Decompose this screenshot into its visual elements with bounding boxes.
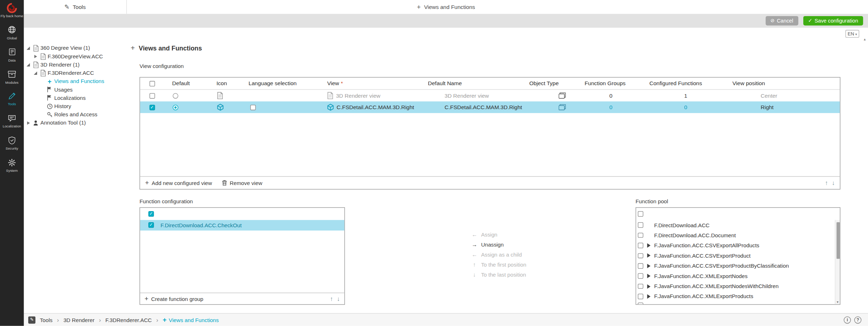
function-pool-item[interactable]: F.JavaFunction.ACC.XMLExportNodesWithChi… xyxy=(636,281,840,291)
run-icon[interactable] xyxy=(647,294,650,298)
scrollbar-down-arrow[interactable]: ▼ xyxy=(835,300,840,303)
item-checkbox[interactable] xyxy=(638,253,643,258)
function-pool-item[interactable] xyxy=(636,302,840,305)
run-icon[interactable] xyxy=(647,243,650,248)
scrollbar-thumb[interactable] xyxy=(836,222,839,259)
item-checkbox[interactable] xyxy=(638,243,643,248)
run-icon[interactable] xyxy=(647,274,650,278)
move-down-button[interactable]: ↓ xyxy=(832,180,835,186)
select-all-checkbox[interactable] xyxy=(149,81,154,86)
function-pool-item[interactable]: F.JavaFunction.ACC.CSVExportAllProducts xyxy=(636,240,840,250)
caret-expanded-icon[interactable] xyxy=(33,70,38,76)
assign-as-child-label: Assign as a child xyxy=(481,252,522,258)
column-header-view-label: View xyxy=(327,81,339,87)
run-icon[interactable] xyxy=(647,284,650,288)
tab-views-and-functions[interactable]: + Views and Functions xyxy=(417,0,475,14)
document-icon xyxy=(40,53,46,60)
to-first-position-button[interactable]: ↑ To the first position xyxy=(472,262,526,268)
breadcrumb-item-tools[interactable]: Tools xyxy=(40,317,52,323)
function-config-row[interactable]: ✓ F.DirectDownload.ACC.CheckOut xyxy=(140,220,344,230)
cancel-button[interactable]: ⊘ Cancel xyxy=(765,16,798,25)
sidebar-item-tools[interactable]: Tools xyxy=(0,92,24,107)
tree-item-360-degree-view[interactable]: 360 Degree View (1) xyxy=(24,44,130,52)
pencil-tools-icon xyxy=(8,92,16,101)
view-config-row[interactable]: 3D Renderer view 3D Renderer view 0 1 Ce… xyxy=(140,90,840,102)
info-icon[interactable]: i xyxy=(844,316,851,323)
function-pool-item[interactable]: F.DirectDownload.ACC xyxy=(636,220,840,230)
tree-item-3d-renderer[interactable]: 3D Renderer (1) xyxy=(24,60,130,69)
select-all-checkbox[interactable]: ✓ xyxy=(148,211,154,216)
assign-button[interactable]: ← Assign xyxy=(472,232,526,238)
default-radio[interactable] xyxy=(173,104,178,110)
sidebar-item-system[interactable]: System xyxy=(0,158,24,173)
item-checkbox[interactable] xyxy=(638,273,643,279)
remove-view-button[interactable]: Remove view xyxy=(222,180,262,186)
default-radio[interactable] xyxy=(173,93,178,98)
function-pool-item[interactable]: F.DirectDownload.ACC.Document xyxy=(636,230,840,240)
tree-item-history[interactable]: History xyxy=(24,102,130,110)
sidebar-item-localization[interactable]: Localization xyxy=(0,114,24,129)
tree-item-f360degreeview-acc[interactable]: F.360DegreeView.ACC xyxy=(24,52,130,60)
language-selection-checkbox[interactable] xyxy=(250,104,256,110)
tree-item-localizations[interactable]: Localizations xyxy=(24,94,130,102)
create-function-group-button[interactable]: + Create function group xyxy=(144,295,203,302)
to-last-position-button[interactable]: ↓ To the last position xyxy=(472,272,526,278)
tree-item-f3drenderer-acc[interactable]: F.3DRenderer.ACC xyxy=(24,69,130,77)
row-checkbox[interactable]: ✓ xyxy=(148,222,154,228)
item-checkbox[interactable] xyxy=(638,263,643,269)
scrollbar[interactable]: ▼ xyxy=(835,220,840,304)
plus-icon: + xyxy=(144,295,148,302)
function-pool-item[interactable]: F.JavaFunction.ACC.CSVExportProduct xyxy=(636,250,840,261)
item-checkbox[interactable] xyxy=(638,294,643,299)
caret-collapsed-icon[interactable] xyxy=(26,120,31,125)
view-config-row[interactable]: ✓ C.FSDetail.ACC.MAM.3D.Right C.FSDetail… xyxy=(140,101,840,113)
assign-as-child-button[interactable]: ← Assign as a child xyxy=(472,252,526,258)
breadcrumb-item-3d-renderer[interactable]: 3D Renderer xyxy=(63,317,94,323)
row-checkbox[interactable] xyxy=(149,93,154,98)
tree-item-annotation-tool[interactable]: Annotation Tool (1) xyxy=(24,118,130,127)
run-icon[interactable] xyxy=(647,253,650,258)
sidebar-item-global[interactable]: Global xyxy=(0,25,24,40)
item-checkbox[interactable] xyxy=(638,223,643,228)
save-configuration-button[interactable]: ✓ Save configuration xyxy=(803,16,863,25)
move-down-button[interactable]: ↓ xyxy=(337,296,340,302)
tree-item-views-and-functions[interactable]: + Views and Functions xyxy=(24,77,130,85)
sidebar-item-data[interactable]: Data xyxy=(0,48,24,63)
item-checkbox[interactable] xyxy=(638,284,643,289)
function-pool-item-label: F.JavaFunction.ACC.CSVExportProductByCla… xyxy=(654,263,789,269)
top-tab-bar: ✎ Tools + Views and Functions xyxy=(24,0,868,14)
unassign-button[interactable]: → Unassign xyxy=(472,242,526,248)
function-pool-item[interactable]: F.JavaFunction.ACC.CSVExportProductByCla… xyxy=(636,261,840,271)
tree-item-roles-and-access[interactable]: Roles and Access xyxy=(24,110,130,118)
help-icon[interactable]: ? xyxy=(854,316,861,323)
add-configured-view-button[interactable]: + Add new configured view xyxy=(145,180,212,186)
language-selector[interactable]: EN ▾ xyxy=(845,30,859,38)
tree-item-label: Localizations xyxy=(54,95,86,101)
sidebar-item-home[interactable]: Fly back home xyxy=(0,3,24,18)
function-config-toolbar: + Create function group ↑ ↓ xyxy=(140,293,344,305)
sidebar-item-modules[interactable]: Modules xyxy=(0,69,24,84)
tab-tools[interactable]: ✎ Tools xyxy=(24,0,127,14)
function-pool-item[interactable]: F.JavaFunction.ACC.XMLExportNodes xyxy=(636,271,840,281)
sidebar-item-security[interactable]: Security xyxy=(0,136,24,151)
run-icon[interactable] xyxy=(647,264,650,268)
move-up-button[interactable]: ↑ xyxy=(330,296,333,302)
default-name[interactable]: C.FSDetail.ACC.MAM.3D.Right xyxy=(445,104,522,110)
breadcrumb-item-views-and-functions[interactable]: + Views and Functions xyxy=(163,316,219,323)
cube-icon xyxy=(217,104,224,111)
row-checkbox[interactable]: ✓ xyxy=(149,104,154,110)
tree-item-usages[interactable]: Usages xyxy=(24,85,130,93)
caret-collapsed-icon[interactable] xyxy=(33,53,38,59)
function-pool-item[interactable]: F.JavaFunction.ACC.XMLExportProducts xyxy=(636,291,840,301)
sidebar-item-label: Localization xyxy=(2,124,22,128)
scrollbar-up-arrow[interactable]: ▲ xyxy=(863,38,866,41)
caret-expanded-icon[interactable] xyxy=(26,45,31,50)
move-up-button[interactable]: ↑ xyxy=(825,180,828,186)
item-checkbox[interactable] xyxy=(638,303,643,305)
item-checkbox[interactable] xyxy=(638,233,643,238)
select-all-checkbox[interactable] xyxy=(638,211,643,216)
add-configured-view-label: Add new configured view xyxy=(152,180,212,186)
caret-expanded-icon[interactable] xyxy=(26,62,31,67)
document-icon xyxy=(327,92,333,99)
breadcrumb-item-f3drenderer-acc[interactable]: F.3DRenderer.ACC xyxy=(105,317,152,323)
